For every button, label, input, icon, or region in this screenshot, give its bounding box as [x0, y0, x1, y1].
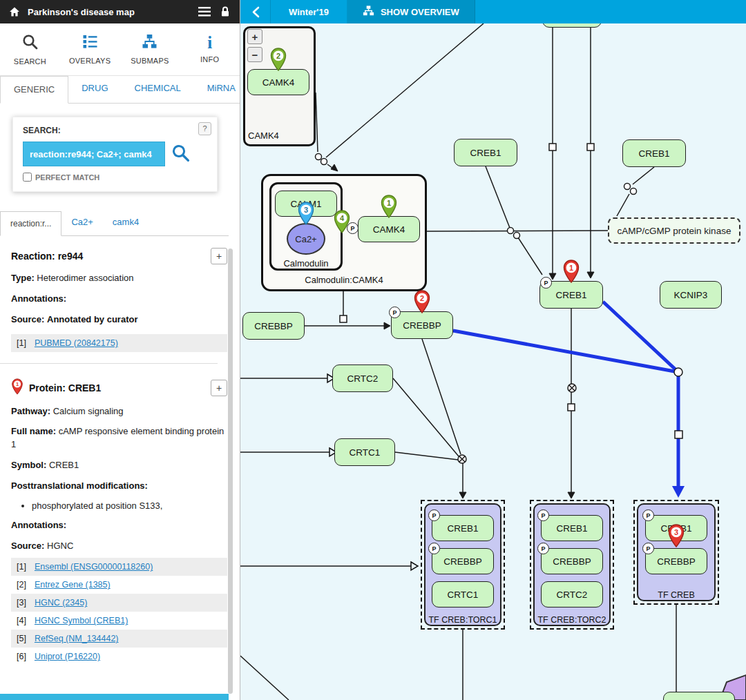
- protein-marker-icon: 1: [11, 378, 23, 398]
- map-marker-blue-3[interactable]: 3: [297, 202, 315, 228]
- reference-link[interactable]: HGNC (2345): [35, 598, 87, 607]
- species-torc1-crtc1[interactable]: CRTC1: [432, 581, 494, 607]
- nav-item-submaps[interactable]: SUBMAPS: [120, 23, 180, 75]
- highlighted-reaction-line: [453, 302, 678, 487]
- lock-icon[interactable]: [218, 4, 233, 19]
- zoom-in-button[interactable]: +: [247, 29, 262, 44]
- nav-item-overlays[interactable]: OVERLAYS: [60, 23, 120, 75]
- reaction-add-overlay-button[interactable]: +: [211, 248, 227, 264]
- show-overview-button[interactable]: SHOW OVERVIEW: [347, 0, 475, 23]
- protein-fullname: Full name: cAMP responsive element bindi…: [11, 425, 229, 451]
- species-crtc2[interactable]: CRTC2: [332, 364, 393, 392]
- phosphorylation-badge: P: [642, 509, 654, 521]
- protein-source: Source: HGNC: [11, 540, 229, 553]
- menu-icon[interactable]: [197, 4, 212, 19]
- reference-link[interactable]: RefSeq (NM_134442): [35, 634, 119, 643]
- section-divider: [0, 363, 218, 364]
- compartment-label: CAMK4: [248, 130, 279, 141]
- zoom-out-button[interactable]: −: [247, 47, 262, 62]
- sidebar-scrollbar[interactable]: [228, 249, 233, 694]
- map-version-tab[interactable]: Winter'19: [271, 0, 347, 23]
- phosphorylation-badge: P: [537, 543, 549, 554]
- species-creb1-top-left[interactable]: CREB1: [454, 139, 517, 166]
- reference-row: [4] HGNC Symbol (CREB1): [11, 612, 227, 630]
- highlighted-arrowhead: [672, 486, 685, 498]
- info-icon: i: [207, 35, 212, 50]
- sidebar-content: SEARCH: ? PERFECT MATCH reaction:r... Ca…: [0, 104, 229, 694]
- protein-annotations-label: Annotations:: [11, 519, 229, 532]
- result-tab-reaction[interactable]: reaction:r...: [0, 211, 61, 236]
- species-torc2-crtc2[interactable]: CRTC2: [541, 581, 603, 607]
- phosphorylation-badge: P: [540, 277, 552, 289]
- submaps-icon: [142, 34, 157, 52]
- reference-index: [5]: [17, 634, 26, 643]
- protein-title: Protein: CREB1: [29, 382, 205, 393]
- search-panel: SEARCH: ? PERFECT MATCH: [12, 117, 218, 192]
- tab-generic[interactable]: GENERIC: [0, 76, 68, 104]
- map-marker-red-1[interactable]: 1: [562, 260, 580, 286]
- species-torc1-creb1[interactable]: CREB1: [432, 515, 494, 541]
- map-marker-green-4[interactable]: 4: [333, 210, 351, 236]
- protein-symbol: Symbol: CREB1: [11, 459, 229, 472]
- result-tab-ca2[interactable]: Ca2+: [61, 211, 102, 235]
- map-marker-green-1[interactable]: 1: [380, 195, 398, 221]
- result-tabs: reaction:r... Ca2+ camk4: [0, 211, 229, 236]
- nav-item-info[interactable]: i INFO: [180, 23, 240, 75]
- reaction-title: Reaction: re944: [11, 251, 205, 262]
- svg-text:3: 3: [304, 206, 308, 214]
- map-canvas[interactable]: CAMK4 CAMK4 CALM1 Ca2+ Calmodulin CAMK4 …: [240, 23, 746, 700]
- species-torc2-creb1[interactable]: CREB1: [541, 515, 603, 541]
- species-crtc1[interactable]: CRTC1: [334, 438, 395, 466]
- species-camp-cgmp-protein-kinase[interactable]: cAMP/cGMP protein kinase: [608, 217, 740, 244]
- reference-link[interactable]: Uniprot (P16220): [35, 652, 100, 661]
- nav-item-search[interactable]: SEARCH: [0, 23, 60, 75]
- phosphorylation-badge: P: [642, 543, 654, 554]
- reference-row: [6] Uniprot (P16220): [11, 648, 227, 665]
- species-torc1-crebbp[interactable]: CREBBP: [432, 548, 494, 574]
- map-area: Winter'19 SHOW OVERVIEW: [240, 0, 746, 700]
- search-icon: [22, 34, 38, 52]
- help-button[interactable]: ?: [198, 122, 211, 135]
- phosphorylation-badge: P: [428, 509, 440, 521]
- reference-link[interactable]: Ensembl (ENSG00000118260): [35, 562, 153, 572]
- reaction-annotations-label: Annotations:: [11, 293, 229, 306]
- tab-mirna[interactable]: MiRNA: [194, 75, 249, 103]
- reference-link[interactable]: HGNC Symbol (CREB1): [35, 616, 128, 625]
- svg-text:1: 1: [569, 264, 573, 272]
- map-marker-green-2[interactable]: 2: [269, 48, 287, 74]
- svg-text:1: 1: [387, 199, 391, 207]
- species-partial-top[interactable]: [542, 23, 602, 28]
- map-toolbar: Winter'19 SHOW OVERVIEW: [240, 0, 746, 23]
- species-tfcreb-crebbp[interactable]: CREBBP: [645, 548, 707, 574]
- reference-link[interactable]: Entrez Gene (1385): [35, 580, 111, 590]
- reference-row: [5] RefSeq (NM_134442): [11, 630, 227, 648]
- search-submit-icon[interactable]: [171, 144, 190, 165]
- map-marker-red-2[interactable]: 2: [413, 290, 431, 316]
- app-title: Parkinson's disease map: [28, 7, 191, 17]
- search-input[interactable]: [23, 142, 165, 166]
- species-creb1-top-right[interactable]: CREB1: [622, 139, 686, 167]
- sidebar-footer-strip: [0, 694, 229, 700]
- nav-label: INFO: [200, 55, 219, 64]
- home-icon[interactable]: [7, 4, 22, 19]
- reference-link[interactable]: PUBMED (20842175): [35, 338, 118, 348]
- species-partial-bottom[interactable]: [663, 692, 735, 700]
- species-torc2-crebbp[interactable]: CREBBP: [541, 548, 603, 574]
- back-button[interactable]: [240, 0, 271, 23]
- ptm-list: phosphorylated at position S133,: [11, 500, 229, 511]
- tab-drug[interactable]: DRUG: [68, 75, 121, 103]
- result-tab-camk4[interactable]: camk4: [103, 211, 149, 235]
- svg-text:3: 3: [674, 528, 678, 536]
- phosphorylation-badge: P: [389, 307, 401, 318]
- ptm-item: phosphorylated at position S133,: [32, 500, 229, 511]
- species-kcnip3[interactable]: KCNIP3: [660, 281, 722, 309]
- map-marker-red-3[interactable]: 3: [667, 524, 685, 550]
- perfect-match-checkbox[interactable]: [23, 173, 32, 182]
- protein-pathway: Pathway: Calcium signaling: [11, 405, 229, 418]
- species-crebbp-left[interactable]: CREBBP: [242, 312, 305, 340]
- svg-text:2: 2: [420, 294, 424, 302]
- protein-add-overlay-button[interactable]: +: [211, 380, 227, 396]
- reference-index: [1]: [17, 338, 26, 348]
- tab-chemical[interactable]: CHEMICAL: [122, 75, 194, 103]
- reference-row: [1] Ensembl (ENSG00000118260): [11, 558, 227, 576]
